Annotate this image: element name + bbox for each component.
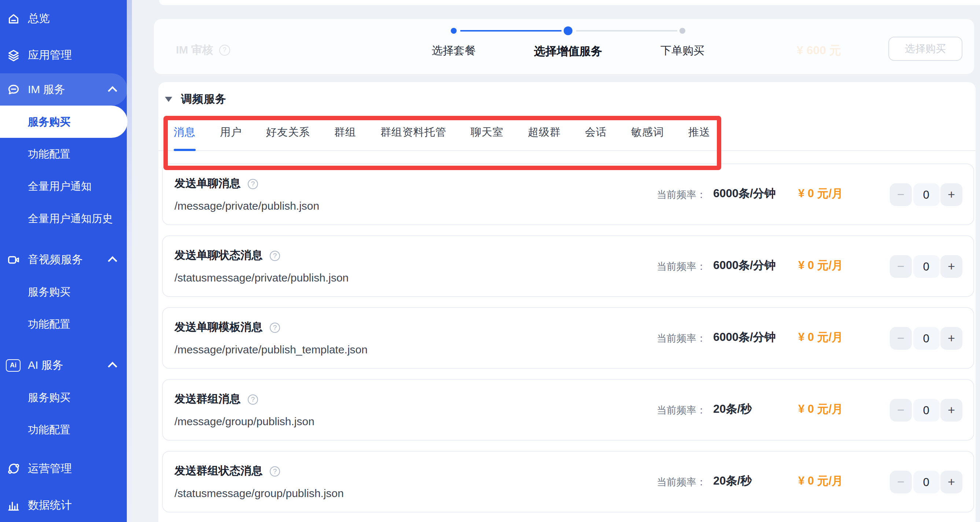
service-row-group-message: 发送群组消息 ? /message/group/publish.json 当前频… bbox=[162, 379, 974, 441]
tab-sensitive-words[interactable]: 敏感词 bbox=[631, 114, 664, 150]
sidebar-item-operations-management[interactable]: 运营管理 bbox=[0, 452, 132, 485]
package-summary-card: IM 审核 ? 选择套餐 选择增值服务 下单购买 ¥ 600 元 选择购买 bbox=[154, 19, 974, 74]
quantity-value[interactable]: 0 bbox=[913, 255, 939, 278]
tab-push[interactable]: 推送 bbox=[688, 114, 710, 150]
rate-label: 当前频率： bbox=[657, 260, 706, 274]
help-icon[interactable]: ? bbox=[270, 466, 280, 476]
service-row-group-status-message: 发送群组状态消息 ? /statusmessage/group/publish.… bbox=[162, 451, 974, 512]
sidebar-item-av-service[interactable]: 音视频服务 bbox=[0, 243, 127, 276]
tab-chatroom[interactable]: 聊天室 bbox=[471, 114, 504, 150]
select-purchase-button[interactable]: 选择购买 bbox=[888, 37, 963, 61]
sidebar-subitem-broadcast-notification-history[interactable]: 全量用户通知历史 bbox=[0, 202, 132, 235]
service-row-private-status-message: 发送单聊状态消息 ? /statusmessage/private/publis… bbox=[162, 236, 974, 297]
rate-value: 20条/秒 bbox=[713, 402, 752, 417]
sidebar-subitem-label: 服务购买 bbox=[28, 285, 70, 299]
tab-groups[interactable]: 群组 bbox=[334, 114, 356, 150]
decrement-button[interactable]: − bbox=[890, 183, 912, 206]
sidebar-item-data-statistics[interactable]: 数据统计 bbox=[0, 489, 132, 521]
help-icon[interactable]: ? bbox=[248, 394, 258, 404]
sidebar-item-im-service[interactable]: IM 服务 bbox=[0, 73, 127, 105]
quantity-value[interactable]: 0 bbox=[913, 183, 939, 206]
operations-icon bbox=[6, 461, 21, 476]
home-icon bbox=[6, 11, 21, 25]
collapse-triangle-icon bbox=[165, 97, 172, 102]
help-icon[interactable]: ? bbox=[248, 178, 258, 189]
decrement-button[interactable]: − bbox=[890, 471, 912, 493]
quantity-value[interactable]: 0 bbox=[913, 399, 939, 422]
section-header-frequency-services[interactable]: 调频服务 bbox=[165, 92, 226, 106]
help-icon[interactable]: ? bbox=[270, 322, 280, 333]
sidebar-subitem-label: 功能配置 bbox=[28, 423, 70, 437]
video-camera-icon bbox=[6, 252, 21, 267]
sidebar-subitem-label: 服务购买 bbox=[28, 115, 70, 129]
service-title: 发送单聊状态消息 ? bbox=[175, 248, 280, 263]
service-title: 发送群组状态消息 ? bbox=[175, 464, 280, 478]
sidebar-item-app-management[interactable]: 应用管理 bbox=[0, 39, 132, 71]
increment-button[interactable]: + bbox=[940, 471, 963, 493]
decrement-button[interactable]: − bbox=[890, 327, 912, 350]
increment-button[interactable]: + bbox=[940, 399, 963, 422]
sidebar-item-label: IM 服务 bbox=[28, 83, 65, 96]
service-title-label: 发送单聊状态消息 bbox=[175, 248, 262, 263]
rate-label: 当前频率： bbox=[657, 188, 706, 202]
tab-friend-relations[interactable]: 好友关系 bbox=[266, 114, 310, 150]
chevron-up-icon bbox=[108, 256, 117, 265]
sidebar-item-label: 应用管理 bbox=[28, 48, 72, 62]
package-name-label: IM 审核 bbox=[176, 43, 213, 57]
service-title: 发送群组消息 ? bbox=[175, 392, 258, 406]
help-icon: ? bbox=[219, 45, 230, 56]
step-label-choose-addons: 选择增值服务 bbox=[534, 44, 602, 59]
decrement-button[interactable]: − bbox=[890, 255, 912, 278]
tab-messages[interactable]: 消息 bbox=[174, 114, 196, 150]
service-api-path: /statusmessage/private/publish.json bbox=[175, 271, 348, 284]
quantity-stepper: − 0 + bbox=[890, 255, 963, 278]
chat-bubble-icon bbox=[6, 82, 21, 97]
quantity-value[interactable]: 0 bbox=[913, 471, 939, 493]
sidebar-subitem-service-purchase-ai[interactable]: 服务购买 bbox=[0, 381, 132, 414]
sidebar-subitem-service-purchase-av[interactable]: 服务购买 bbox=[0, 276, 132, 308]
sidebar-subitem-broadcast-notification[interactable]: 全量用户通知 bbox=[0, 170, 132, 202]
increment-button[interactable]: + bbox=[940, 183, 963, 206]
tab-conversation[interactable]: 会话 bbox=[585, 114, 607, 150]
layers-icon bbox=[6, 48, 21, 62]
decrement-button[interactable]: − bbox=[890, 399, 912, 422]
increment-button[interactable]: + bbox=[940, 327, 963, 350]
sidebar-item-label: 总览 bbox=[28, 11, 50, 25]
step-label-place-order: 下单购买 bbox=[660, 44, 705, 58]
sidebar-item-label: 音视频服务 bbox=[28, 253, 83, 266]
quantity-value[interactable]: 0 bbox=[913, 327, 939, 350]
rate-value: 20条/秒 bbox=[713, 474, 752, 489]
step-label-choose-package: 选择套餐 bbox=[432, 44, 476, 58]
sidebar-subitem-feature-config-im[interactable]: 功能配置 bbox=[0, 138, 132, 170]
service-list: 发送单聊消息 ? /message/private/publish.json 当… bbox=[162, 164, 974, 522]
chevron-up-icon bbox=[108, 86, 117, 95]
sidebar-subitem-feature-config-av[interactable]: 功能配置 bbox=[0, 308, 132, 340]
service-api-path: /message/private/publish.json bbox=[175, 199, 319, 212]
service-title-label: 发送群组消息 bbox=[175, 392, 240, 406]
sidebar-item-ai-service[interactable]: Ai AI 服务 bbox=[0, 349, 127, 381]
tab-group-profile-hosting[interactable]: 群组资料托管 bbox=[380, 114, 446, 150]
service-row-private-message: 发送单聊消息 ? /message/private/publish.json 当… bbox=[162, 164, 974, 225]
step-line-pending bbox=[576, 30, 677, 32]
increment-button[interactable]: + bbox=[940, 255, 963, 278]
sidebar-item-overview[interactable]: 总览 bbox=[0, 2, 132, 35]
price-value: ¥ 0 元/月 bbox=[798, 474, 843, 489]
sidebar-subitem-label: 服务购买 bbox=[28, 390, 70, 404]
price-value: ¥ 0 元/月 bbox=[798, 258, 843, 274]
rate-label: 当前频率： bbox=[657, 332, 706, 345]
sidebar-item-label: 运营管理 bbox=[28, 462, 72, 476]
help-icon[interactable]: ? bbox=[270, 250, 280, 261]
package-price: ¥ 600 元 bbox=[797, 43, 841, 59]
sidebar-item-label: 数据统计 bbox=[28, 498, 72, 512]
sidebar-subitem-label: 功能配置 bbox=[28, 147, 70, 161]
service-title-label: 发送单聊模板消息 bbox=[175, 320, 262, 334]
sidebar-subitem-feature-config-ai[interactable]: 功能配置 bbox=[0, 414, 132, 446]
rate-value: 6000条/分钟 bbox=[713, 330, 776, 345]
sidebar-subitem-service-purchase-im[interactable]: 服务购买 bbox=[0, 105, 127, 138]
tab-users[interactable]: 用户 bbox=[220, 114, 242, 150]
sidebar-subitem-label: 功能配置 bbox=[28, 317, 70, 331]
tab-supergroup[interactable]: 超级群 bbox=[528, 114, 561, 150]
step-dot-done bbox=[451, 28, 457, 34]
quantity-stepper: − 0 + bbox=[890, 327, 963, 350]
quantity-stepper: − 0 + bbox=[890, 399, 963, 422]
